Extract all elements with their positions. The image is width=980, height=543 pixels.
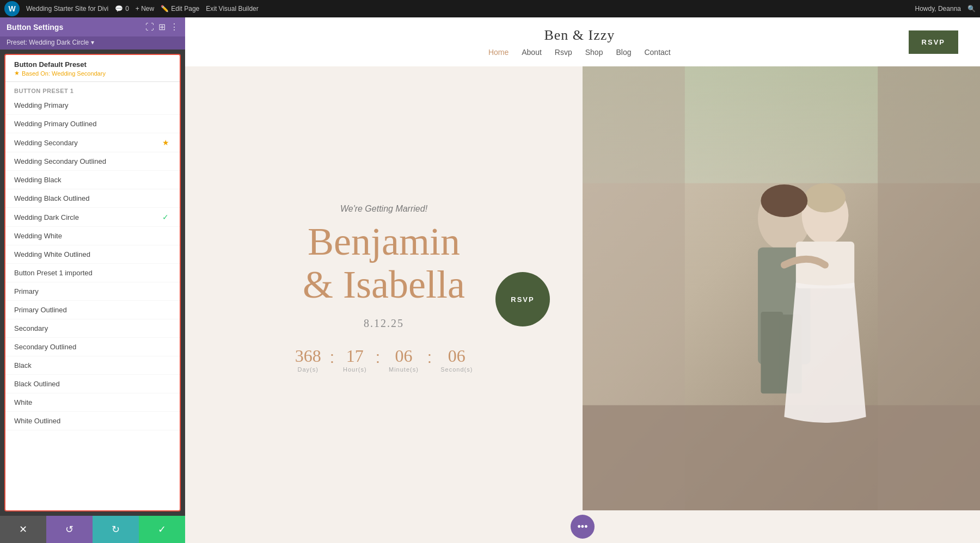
star-icon: ★ [160,138,171,147]
preset-name: White Outlined [14,417,171,425]
preset-item[interactable]: Wedding Secondary Outlined [5,152,180,171]
hero-section: We're Getting Married! Benjamin & Isabel… [185,66,980,510]
preset-item[interactable]: Primary [5,282,180,301]
hero-left: We're Getting Married! Benjamin & Isabel… [185,66,583,510]
preset-name: Button Preset 1 imported [14,269,171,277]
preset-item[interactable]: Wedding Primary [5,96,180,115]
preset-item[interactable]: Wedding White Outlined [5,245,180,264]
preset-name: Primary Outlined [14,306,171,314]
pencil-icon: ✏️ [161,5,169,13]
admin-bar: W Wedding Starter Site for Divi 💬 0 + Ne… [0,0,980,17]
nav-shop[interactable]: Shop [585,48,603,57]
preset-item[interactable]: Black Outlined [5,375,180,393]
preset-item[interactable]: Wedding White [5,227,180,245]
svg-point-12 [805,183,846,213]
main-layout: Button Settings ⛶ ⊞ ⋮ Preset: Wedding Da… [0,17,980,543]
site-name-link[interactable]: Wedding Starter Site for Divi [26,5,108,13]
more-icon[interactable]: ⋮ [170,22,179,32]
site-nav: Ben & Izzy Home About Rsvp Shop Blog Con… [185,17,980,66]
preset-name: Secondary [14,324,171,332]
preset-name: Wedding Primary [14,101,171,109]
preset-name: White [14,398,171,406]
preset-list: Wedding PrimaryWedding Primary OutlinedW… [5,96,180,430]
default-preset-based: ★ Based On: Wedding Secondary [14,70,171,77]
countdown-days: 368 Day(s) [286,346,330,373]
preset-item[interactable]: Black [5,356,180,375]
rsvp-nav-button[interactable]: RSVP [909,30,958,54]
preset-item[interactable]: Wedding Black Outlined [5,189,180,208]
save-button[interactable]: ✓ [139,516,185,543]
preset-name: Wedding Black Outlined [14,194,171,202]
comment-icon: 💬 [115,5,123,13]
countdown-sep-3: : [427,346,432,367]
preset-name: Wedding Dark Circle [14,213,160,221]
star-icon: ★ [14,70,20,77]
panel-header-icons: ⛶ ⊞ ⋮ [145,22,179,32]
svg-rect-5 [583,405,980,510]
preset-name: Wedding White [14,232,171,240]
preset-item[interactable]: Wedding Secondary★ [5,133,180,152]
nav-blog[interactable]: Blog [616,48,631,57]
more-options-button[interactable]: ••• [571,515,595,539]
layout-icon[interactable]: ⊞ [158,22,166,32]
svg-point-13 [761,184,807,217]
check-icon: ✓ [160,213,171,221]
preset-name: Black Outlined [14,380,171,388]
exit-builder-link[interactable]: Exit Visual Builder [206,5,259,13]
fullscreen-icon[interactable]: ⛶ [145,22,154,32]
hero-date: 8.12.25 [364,317,404,330]
new-link[interactable]: + New [136,5,154,13]
preset-name: Wedding Secondary Outlined [14,157,171,165]
comment-link[interactable]: 💬 0 [115,5,129,13]
panel-title: Button Settings [7,23,63,32]
dropdown-panel: Button Default Preset ★ Based On: Weddin… [4,54,181,511]
countdown-hours: 17 Hour(s) [334,346,376,373]
rsvp-circle-button[interactable]: RSVP [495,272,550,326]
preset-item[interactable]: Primary Outlined [5,301,180,319]
preset-name: Black [14,361,171,369]
nav-links: Home About Rsvp Shop Blog Contact [488,48,671,57]
search-icon[interactable]: 🔍 [967,5,976,13]
preset-item[interactable]: Wedding Dark Circle✓ [5,208,180,227]
undo-button[interactable]: ↺ [46,516,93,543]
preset-name: Wedding Black [14,176,171,184]
nav-contact[interactable]: Contact [644,48,670,57]
nav-home[interactable]: Home [488,48,509,57]
hero-photo [583,66,980,510]
hero-subtitle: We're Getting Married! [340,204,427,214]
preset-name: Wedding Primary Outlined [14,120,171,128]
preset-item[interactable]: Secondary Outlined [5,338,180,356]
preset-item[interactable]: Secondary [5,319,180,338]
nav-rsvp[interactable]: Rsvp [555,48,572,57]
nav-about[interactable]: About [522,48,542,57]
chevron-down-icon: ▾ [91,39,94,46]
preset-item[interactable]: White [5,393,180,412]
panel-header: Button Settings ⛶ ⊞ ⋮ [0,17,185,36]
wp-logo[interactable]: W [4,1,20,16]
countdown-sep-2: : [376,346,380,367]
preset-item[interactable]: Wedding Black [5,171,180,189]
countdown-minutes: 06 Minute(s) [380,346,427,373]
howdy-label[interactable]: Howdy, Deanna [915,5,961,13]
site-title: Ben & Izzy [544,27,615,44]
site-bottom-bar: ••• [185,510,980,543]
preset-bar[interactable]: Preset: Wedding Dark Circle ▾ [0,36,185,50]
default-preset-section: Button Default Preset ★ Based On: Weddin… [5,55,180,82]
left-panel: Button Settings ⛶ ⊞ ⋮ Preset: Wedding Da… [0,17,185,543]
edit-page-link[interactable]: ✏️ Edit Page [161,5,199,13]
hero-names: Benjamin & Isabella [303,220,465,306]
admin-bar-right: Howdy, Deanna 🔍 [915,5,976,13]
website-preview: Ben & Izzy Home About Rsvp Shop Blog Con… [185,17,980,543]
preset-name: Primary [14,287,171,295]
cancel-button[interactable]: ✕ [0,516,46,543]
preset-item[interactable]: White Outlined [5,412,180,430]
countdown-seconds: 06 Second(s) [432,346,481,373]
redo-button[interactable]: ↻ [93,516,139,543]
countdown: 368 Day(s) : 17 Hour(s) : 06 Minute(s) : [286,346,482,373]
preset-name: Wedding Secondary [14,139,160,147]
preset-item[interactable]: Button Preset 1 imported [5,264,180,282]
bottom-toolbar: ✕ ↺ ↻ ✓ [0,516,185,543]
site-nav-inner: Ben & Izzy Home About Rsvp Shop Blog Con… [250,27,909,57]
hero-right [583,66,980,510]
preset-item[interactable]: Wedding Primary Outlined [5,115,180,133]
